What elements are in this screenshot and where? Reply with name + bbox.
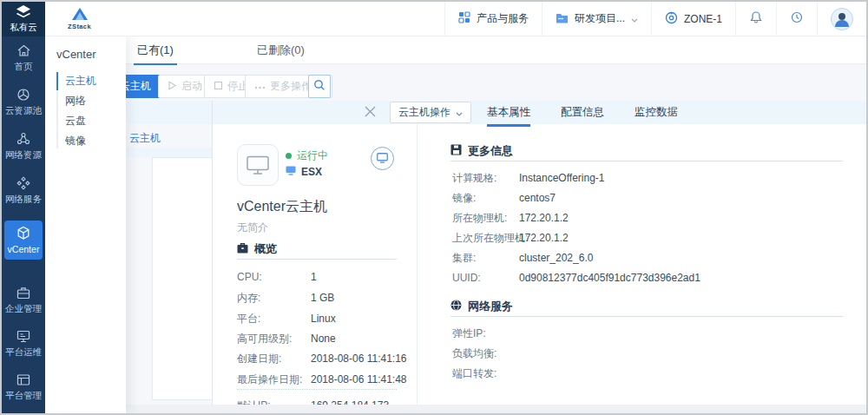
tab-basic-properties[interactable]: 基本属性 <box>487 101 530 124</box>
network-service-section-title: 网络服务 <box>450 299 513 314</box>
sidebar-item-network-service[interactable]: 网络服务 <box>2 176 45 206</box>
info-row: UUID:0d90812377dc405f91dc773d396e2ad1 <box>452 272 852 284</box>
zone-icon <box>665 11 678 27</box>
submenu-title: vCenter <box>56 48 126 61</box>
info-row: 上次所在物理机:172.20.1.2 <box>452 232 852 244</box>
sidebar-nav: 首页 云资源池 网络资源 网络服务 vCenter 企业管理 <box>2 36 45 415</box>
submenu-list: 云主机 网络 云盘 镜像 <box>45 71 126 151</box>
products-services-menu[interactable]: 产品与服务 <box>444 2 542 36</box>
main-sidebar: 私有云 首页 云资源池 网络资源 网络服务 vCenter <box>2 2 45 413</box>
tab-deleted[interactable]: 已删除(0) <box>257 36 305 64</box>
resource-pool-icon <box>16 88 30 102</box>
stop-icon <box>214 81 223 93</box>
chevron-down-icon <box>456 107 463 119</box>
overview-row: CPU:1 <box>237 271 411 283</box>
sidebar-item-enterprise[interactable]: 企业管理 <box>2 287 45 315</box>
globe-icon <box>450 300 462 313</box>
vcenter-cube-icon <box>16 226 30 240</box>
detail-body: 运行中 ESX vCenter云主机 无简介 概览 CPU:1 内存:1 GB … <box>213 124 866 405</box>
chevron-down-icon <box>631 13 638 25</box>
vcenter-submenu: vCenter 云主机 网络 云盘 镜像 <box>45 36 126 413</box>
grid-icon <box>458 11 470 26</box>
tab-existing[interactable]: 已有(1) <box>137 36 174 64</box>
tab-config-info[interactable]: 配置信息 <box>561 101 604 124</box>
monitor-icon <box>16 330 30 343</box>
project-selector[interactable]: 研发项目... <box>542 2 651 36</box>
vm-actions-dropdown[interactable]: 云主机操作 <box>390 102 471 123</box>
history-icon <box>790 10 804 27</box>
network-row: 端口转发: <box>452 367 852 379</box>
hypervisor-badge: ESX <box>286 166 322 178</box>
detail-header-strip: 云主机操作 基本属性 配置信息 监控数据 <box>213 101 866 124</box>
zstack-logo[interactable]: ZStack <box>68 7 91 30</box>
sidebar-item-platform-ops[interactable]: 平台运维 <box>2 330 45 359</box>
info-row: 集群:cluster_202_6.0 <box>452 252 852 264</box>
folder-icon <box>556 12 569 26</box>
vm-detail-panel: 云主机操作 基本属性 配置信息 监控数据 运行中 ESX <box>212 101 866 405</box>
info-row: 所在物理机:172.20.1.2 <box>452 212 852 224</box>
search-icon <box>313 79 326 94</box>
overview-row: 内存:1 GB <box>237 292 411 304</box>
sidebar-item-home[interactable]: 首页 <box>2 43 45 73</box>
play-icon <box>168 81 177 93</box>
detail-tabs: 基本属性 配置信息 监控数据 <box>487 101 678 124</box>
status-dot <box>286 153 292 159</box>
vm-name: vCenter云主机 <box>237 198 327 216</box>
divider <box>450 161 843 161</box>
overview-section-title: 概览 <box>237 241 277 257</box>
info-row: 镜像:centos7 <box>452 192 852 204</box>
submenu-item-vm[interactable]: 云主机 <box>45 71 126 91</box>
briefcase-icon <box>16 287 30 300</box>
close-detail-button[interactable] <box>362 105 378 121</box>
info-row: 计算规格:InstanceOffering-1 <box>452 172 852 184</box>
submenu-item-volume[interactable]: 云盘 <box>45 111 126 131</box>
overview-row: 高可用级别:None <box>237 333 411 345</box>
network-resource-icon <box>16 132 30 146</box>
topbar: ZStack 产品与服务 研发项目... ZONE-1 <box>45 2 866 36</box>
network-row: 负载均衡: <box>452 347 852 359</box>
horizontal-scrollbar[interactable] <box>47 405 866 413</box>
network-row: 弹性IP: <box>452 327 852 339</box>
tab-monitor-data[interactable]: 监控数据 <box>635 101 678 124</box>
overview-icon <box>237 242 248 256</box>
private-cloud-switcher[interactable]: 私有云 <box>2 2 45 36</box>
vm-description: 无简介 <box>237 221 268 235</box>
notifications-button[interactable] <box>735 2 776 36</box>
bell-icon <box>749 10 763 27</box>
overview-row: 最后操作日期:2018-08-06 11:41:48 <box>237 373 411 385</box>
console-icon <box>377 151 388 167</box>
network-service-icon <box>16 176 30 190</box>
logo-icon <box>70 7 89 22</box>
home-icon <box>16 43 31 57</box>
app-window: 已有(1) 已删除(0) 创建云主机 启动 停止 更多操作 云主机 云主机操作 <box>0 0 868 415</box>
more-dots-icon <box>254 81 266 93</box>
panel-icon <box>16 373 30 386</box>
column-divider <box>417 124 418 405</box>
vm-name-link[interactable]: 云主机 <box>129 131 161 146</box>
open-console-button[interactable] <box>371 147 394 170</box>
close-icon <box>365 105 376 121</box>
list-tabbar: 已有(1) 已删除(0) <box>45 36 866 64</box>
zone-selector[interactable]: ZONE-1 <box>651 2 735 36</box>
sidebar-item-network-resource[interactable]: 网络资源 <box>2 132 45 161</box>
dotted-divider <box>237 389 397 390</box>
vm-icon <box>237 144 279 186</box>
divider <box>450 316 843 317</box>
sidebar-item-resource-pool[interactable]: 云资源池 <box>2 88 45 117</box>
overview-row: 创建日期:2018-08-06 11:41:16 <box>237 352 411 365</box>
status-badge: 运行中 <box>286 148 328 163</box>
submenu-item-network[interactable]: 网络 <box>45 91 126 111</box>
user-menu[interactable] <box>817 2 866 36</box>
sidebar-item-vcenter[interactable]: vCenter <box>4 221 43 260</box>
more-info-section-title: 更多信息 <box>450 143 513 159</box>
overview-row: 平台:Linux <box>237 313 411 325</box>
esx-icon <box>286 166 296 178</box>
divider <box>237 259 397 260</box>
submenu-item-image[interactable]: 镜像 <box>45 131 126 151</box>
search-button[interactable] <box>308 75 331 98</box>
layers-icon <box>14 5 33 20</box>
history-button[interactable] <box>776 2 817 36</box>
info-icon <box>450 144 462 158</box>
sidebar-item-platform-mgmt[interactable]: 平台管理 <box>2 373 45 402</box>
avatar <box>831 8 853 30</box>
